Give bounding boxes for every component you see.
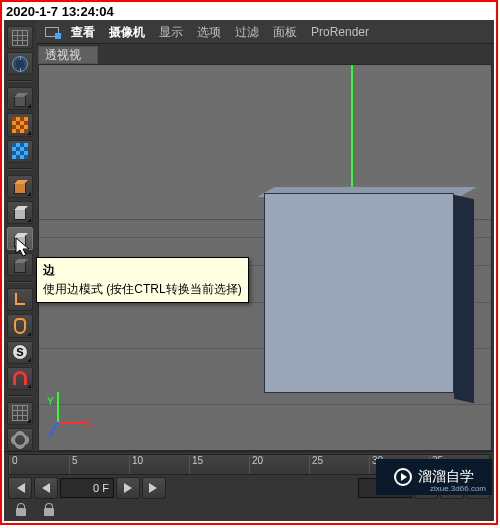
gizmo-x-label: X [85, 418, 92, 429]
model-tool-icon [12, 178, 28, 194]
menu-prorender[interactable]: ProRender [304, 20, 376, 44]
globe-tool[interactable] [7, 52, 33, 75]
menu-panel[interactable]: 面板 [266, 20, 304, 44]
cube-wire-tool-icon [12, 91, 28, 107]
lock-1[interactable] [10, 501, 32, 519]
watermark-play-icon [394, 468, 412, 486]
tick-25: 25 [309, 455, 369, 474]
timeline-locks [8, 501, 490, 519]
edge-mode-tool[interactable] [7, 227, 33, 250]
cube-object[interactable] [264, 193, 474, 411]
tooltip-title: 边 [43, 262, 242, 279]
poly-mode-tool[interactable] [7, 253, 33, 276]
mouse-tool[interactable] [7, 314, 33, 337]
tick-0: 0 [9, 455, 69, 474]
cube-wire-tool[interactable] [7, 87, 33, 110]
menu-display[interactable]: 显示 [152, 20, 190, 44]
menu-filter[interactable]: 过滤 [228, 20, 266, 44]
app-window: S 查看 摄像机 显示 选项 过滤 面板 ProRender 透视视图 [4, 20, 494, 521]
tooltip-body: 使用边模式 (按住CTRL转换当前选择) [43, 281, 242, 298]
edge-mode-tooltip: 边 使用边模式 (按住CTRL转换当前选择) [36, 257, 249, 303]
magnet-tool[interactable] [7, 367, 33, 390]
grid-tool[interactable] [7, 26, 33, 49]
gear-tool[interactable] [7, 428, 33, 451]
watermark: 溜溜自学 zixue.3d66.com [376, 459, 492, 495]
viewport-title: 透视视图 [38, 46, 98, 64]
surface-tool[interactable] [7, 140, 33, 163]
nav-last-button[interactable] [142, 477, 166, 499]
lock-2[interactable] [38, 501, 60, 519]
grid2-tool-icon [12, 405, 28, 421]
menu-view[interactable]: 查看 [64, 20, 102, 44]
checker-tool-icon [12, 117, 28, 133]
model-tool[interactable] [7, 175, 33, 198]
viewport-menu-icon[interactable] [40, 22, 64, 42]
watermark-url: zixue.3d66.com [430, 484, 486, 493]
globe-tool-icon [12, 56, 28, 72]
snap-s-tool-icon: S [12, 344, 28, 360]
nav-next-button[interactable] [116, 477, 140, 499]
axis-tool-icon [13, 293, 27, 307]
point-mode-tool-icon [12, 204, 28, 220]
menu-camera[interactable]: 摄像机 [102, 20, 152, 44]
axis-gizmo: Y X [47, 392, 97, 442]
current-frame-field[interactable]: 0 F [60, 478, 114, 498]
edge-mode-tool-icon [12, 231, 28, 247]
surface-tool-icon [12, 143, 28, 159]
axis-tool[interactable] [7, 288, 33, 311]
tick-20: 20 [249, 455, 309, 474]
tick-10: 10 [129, 455, 189, 474]
poly-mode-tool-icon [12, 257, 28, 273]
timestamp-label: 2020-1-7 13:24:04 [4, 4, 116, 19]
grid-tool-icon [12, 30, 28, 46]
nav-first-button[interactable] [8, 477, 32, 499]
menu-options[interactable]: 选项 [190, 20, 228, 44]
grid2-tool[interactable] [7, 402, 33, 425]
tick-15: 15 [189, 455, 249, 474]
viewport-menubar: 查看 摄像机 显示 选项 过滤 面板 ProRender [36, 20, 494, 44]
gear-tool-icon [13, 433, 27, 447]
nav-prev-button[interactable] [34, 477, 58, 499]
gizmo-y-label: Y [47, 396, 54, 407]
checker-tool[interactable] [7, 113, 33, 136]
tick-5: 5 [69, 455, 129, 474]
magnet-tool-icon [13, 371, 27, 385]
snap-s-tool[interactable]: S [7, 341, 33, 364]
mouse-tool-icon [14, 318, 26, 334]
view-area: 查看 摄像机 显示 选项 过滤 面板 ProRender 透视视图 [36, 20, 494, 451]
left-toolbar: S [4, 20, 36, 451]
point-mode-tool[interactable] [7, 201, 33, 224]
